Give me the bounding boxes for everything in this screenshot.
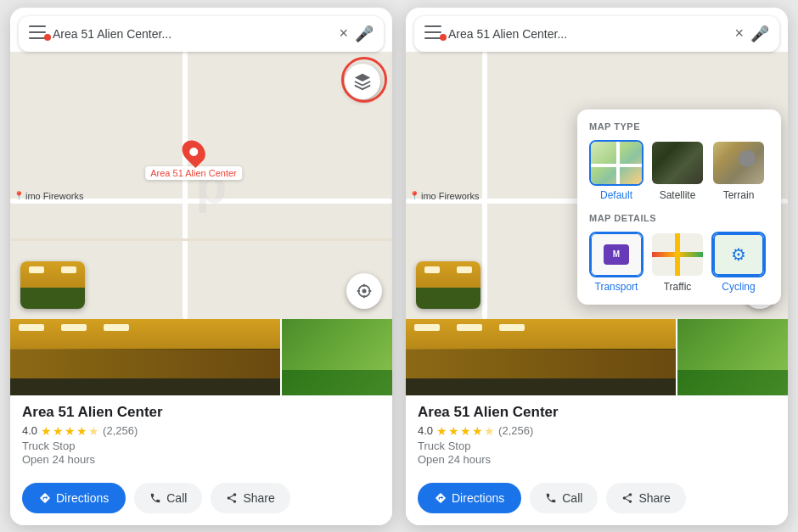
map-type-terrain[interactable]: Terrain <box>711 140 766 201</box>
star-4: ★ <box>76 424 87 438</box>
map-type-default[interactable]: Default <box>589 140 643 201</box>
close-icon-2[interactable]: × <box>734 25 744 42</box>
place-hours-1: Open 24 hours <box>22 453 380 466</box>
img-light-2-1 <box>414 324 440 331</box>
map-type-label-terrain: Terrain <box>723 189 755 201</box>
map-pin-1[interactable]: Area 51 Alien Center <box>145 139 242 180</box>
map-type-popup: MAP TYPE Default <box>577 109 781 305</box>
star-2: ★ <box>53 424 64 438</box>
map-type-title: MAP TYPE <box>589 121 769 132</box>
search-text-2: Area 51 Alien Center... <box>448 27 728 41</box>
layer-button-1[interactable] <box>345 64 380 99</box>
img-light-1 <box>19 324 44 331</box>
thumbnail-ceiling <box>20 261 85 291</box>
place-img-side-2 <box>677 319 788 395</box>
search-text-1: Area 51 Alien Center... <box>53 27 332 41</box>
map-thumbnail-1[interactable] <box>20 261 85 309</box>
road-h-2 <box>10 238 392 241</box>
map-area-2: p 📍 imo Fireworks <box>406 52 788 319</box>
map-type-satellite[interactable]: Satellite <box>650 140 705 201</box>
action-buttons-1: Directions Call Share <box>10 483 392 525</box>
pin-label-1: Area 51 Alien Center <box>145 166 242 180</box>
directions-icon-2 <box>435 492 447 504</box>
place-images-2 <box>406 319 788 395</box>
search-bar-1: Area 51 Alien Center... × 🎤 <box>19 16 384 52</box>
map-detail-traffic[interactable]: Traffic <box>650 232 705 293</box>
thumbnail-lights-2 <box>416 261 480 278</box>
pin-inner <box>188 146 200 158</box>
phone-1: Area 51 Alien Center... × 🎤 p 📍 imo Fire… <box>10 8 392 525</box>
thumb-default-bg <box>591 142 642 184</box>
img-side-bottles <box>282 370 392 395</box>
directions-button-2[interactable]: Directions <box>418 483 521 513</box>
star2-2: ★ <box>448 424 459 438</box>
map-thumbnail-2[interactable] <box>416 261 480 309</box>
star-5: ★ <box>88 424 99 438</box>
search-bar-2: Area 51 Alien Center... × 🎤 <box>414 16 779 52</box>
bottom-card-1: Area 51 Alien Center 4.0 ★ ★ ★ ★ ★ (2,25… <box>10 319 392 525</box>
notification-dot-2 <box>440 34 447 41</box>
place-type-2: Truck Stop <box>418 440 776 452</box>
img-middle-2 <box>406 350 676 378</box>
place-name-1: Area 51 Alien Center <box>22 404 380 421</box>
stars-1: ★ ★ ★ ★ ★ <box>41 424 99 438</box>
call-icon-2 <box>545 492 557 504</box>
img-light-2 <box>61 324 87 331</box>
mic-icon-1[interactable]: 🎤 <box>355 25 374 43</box>
bottom-card-2: Area 51 Alien Center 4.0 ★ ★ ★ ★ ★ (2,25… <box>406 319 788 525</box>
img-side-bottles-2 <box>677 370 788 395</box>
thumb-transport-bg: M <box>591 233 642 276</box>
place-img-main-1 <box>10 319 280 395</box>
menu-button-2[interactable] <box>424 25 441 42</box>
thumbnail-floor-2 <box>416 288 480 309</box>
place-info-1: Area 51 Alien Center 4.0 ★ ★ ★ ★ ★ (2,25… <box>10 395 392 483</box>
map-detail-transport[interactable]: M Transport <box>589 232 643 293</box>
light-2-1 <box>424 266 440 273</box>
hamburger-icon <box>29 25 46 39</box>
map-detail-cycling[interactable]: Cycling <box>711 232 766 293</box>
thumb-cycling-bg <box>713 233 764 276</box>
place-hours-2: Open 24 hours <box>418 453 776 466</box>
map-type-grid: Default Satellite Terrain <box>589 140 769 201</box>
call-button-1[interactable]: Call <box>134 483 202 513</box>
map-business-label-1: 📍 imo Fireworks <box>14 191 83 201</box>
img-light-2-2 <box>457 324 482 331</box>
menu-button-1[interactable] <box>29 25 46 42</box>
img-light-3 <box>104 324 129 331</box>
rating-number-2: 4.0 <box>418 424 433 437</box>
thumbnail-ceiling-2 <box>416 261 480 291</box>
share-button-1[interactable]: Share <box>211 483 289 513</box>
share-button-2[interactable]: Share <box>606 483 685 513</box>
action-buttons-2: Directions Call Share <box>406 483 788 525</box>
place-images-1 <box>10 319 392 395</box>
road-v-1 <box>183 52 188 319</box>
map-area-1: p 📍 imo Fireworks Area 51 Alien Center <box>10 52 392 319</box>
directions-icon-1 <box>39 492 51 504</box>
map-details-grid: M Transport Traffic <box>589 232 769 293</box>
thumb-terrain-bg <box>713 142 764 184</box>
place-name-2: Area 51 Alien Center <box>418 404 776 421</box>
location-icon-1 <box>356 283 373 300</box>
thumb-default-road-v <box>616 142 620 184</box>
layers-icon <box>353 72 372 91</box>
map-type-thumb-default <box>589 140 643 186</box>
thumbnail-lights <box>20 261 85 278</box>
img-middle <box>10 350 280 378</box>
img-floor <box>10 378 280 395</box>
map-type-thumb-terrain <box>711 140 766 186</box>
call-icon-1 <box>149 492 161 504</box>
close-icon-1[interactable]: × <box>339 25 348 42</box>
share-icon-1 <box>226 492 238 504</box>
map-details-title: MAP DETAILS <box>589 213 769 223</box>
star2-3: ★ <box>460 424 471 438</box>
thumbnail-floor <box>20 288 85 309</box>
call-button-2[interactable]: Call <box>530 483 598 513</box>
phone-2: Area 51 Alien Center... × 🎤 p 📍 imo Fire… <box>406 8 788 525</box>
directions-button-1[interactable]: Directions <box>22 483 126 513</box>
thumb-transport-m: M <box>604 244 629 265</box>
img-ceiling-2 <box>406 319 676 349</box>
map-type-thumb-satellite <box>650 140 705 186</box>
place-img-main-2 <box>406 319 676 395</box>
mic-icon-2[interactable]: 🎤 <box>750 25 769 43</box>
location-button-1[interactable] <box>346 273 382 309</box>
